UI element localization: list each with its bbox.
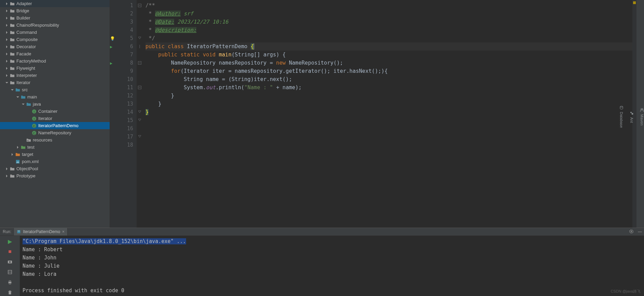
- tree-item-label: ObjectPool: [16, 166, 110, 171]
- expand-arrow-icon[interactable]: [16, 145, 20, 149]
- class-icon: C: [31, 123, 37, 129]
- tree-item-main[interactable]: main: [0, 93, 110, 100]
- code-area[interactable]: /** * @Author: srf * @Date: 2023/12/27 1…: [143, 0, 632, 228]
- camera-button[interactable]: [6, 258, 13, 265]
- trash-button[interactable]: [6, 289, 13, 296]
- tree-item-iteratorpatterndemo[interactable]: CIteratorPatternDemo: [0, 122, 110, 129]
- tool-label: Maven: [640, 114, 644, 125]
- fold-open-icon[interactable]: [138, 61, 141, 65]
- tree-item-command[interactable]: Command: [0, 29, 110, 36]
- expand-arrow-icon[interactable]: [10, 152, 14, 157]
- tree-item-iterator[interactable]: Iterator: [0, 79, 110, 86]
- tree-item-namerepository[interactable]: CNameRepository: [0, 129, 110, 136]
- svg-rect-8: [27, 140, 29, 140]
- folder-icon: [10, 37, 15, 42]
- expand-arrow-icon[interactable]: [5, 81, 9, 85]
- tree-item-resources[interactable]: resources: [0, 136, 110, 144]
- close-icon[interactable]: ×: [62, 229, 65, 234]
- target-icon: [15, 152, 20, 157]
- gutter-icons[interactable]: 💡▶ ▶: [110, 0, 117, 228]
- tree-item-bridge[interactable]: Bridge: [0, 7, 110, 14]
- class-icon: C: [31, 130, 37, 136]
- expand-arrow-icon[interactable]: [5, 38, 9, 42]
- expand-arrow-icon[interactable]: [5, 30, 9, 35]
- run-tab[interactable]: IteratorPatternDemo ×: [14, 228, 68, 236]
- tree-item-objectpool[interactable]: ObjectPool: [0, 165, 110, 172]
- gutter-line-numbers: 123456789101112131415161718: [117, 0, 137, 228]
- run-tab-label: IteratorPatternDemo: [23, 229, 60, 234]
- layout-button[interactable]: [6, 269, 13, 275]
- project-tree[interactable]: AdapterBridgeBuilderChainofResponsibilit…: [0, 0, 110, 228]
- tree-item-flyweight[interactable]: Flyweight: [0, 65, 110, 72]
- rerun-button[interactable]: ▶: [6, 238, 13, 245]
- folder-icon: [10, 15, 15, 21]
- tree-item-iterator[interactable]: IIterator: [0, 115, 110, 122]
- expand-arrow-icon[interactable]: [5, 167, 9, 171]
- expand-arrow-icon[interactable]: [5, 23, 9, 27]
- tree-item-label: Flyweight: [16, 66, 110, 71]
- tree-item-src[interactable]: src: [0, 86, 110, 93]
- tree-item-container[interactable]: IContainer: [0, 108, 110, 115]
- tree-item-facade[interactable]: Facade: [0, 50, 110, 57]
- minimize-icon[interactable]: —: [636, 229, 644, 234]
- tree-item-interpreter[interactable]: Interpreter: [0, 72, 110, 79]
- run-gutter-icon[interactable]: ▶: [110, 44, 112, 49]
- svg-text:C: C: [33, 131, 35, 135]
- right-tool-strip[interactable]: MavenAntDatabase: [636, 0, 644, 228]
- tool-maven[interactable]: Maven: [640, 108, 644, 125]
- folder-icon: [10, 166, 15, 172]
- src-icon: [15, 87, 20, 93]
- fold-open-icon[interactable]: [138, 86, 141, 89]
- tree-item-decorator[interactable]: Decorator: [0, 43, 110, 50]
- tree-item-label: test: [27, 145, 110, 150]
- tree-item-label: resources: [33, 137, 110, 143]
- run-gutter-icon[interactable]: ▶: [110, 61, 112, 66]
- expand-arrow-icon[interactable]: [5, 16, 9, 20]
- expand-arrow-icon[interactable]: [5, 73, 9, 78]
- expand-arrow-icon[interactable]: [10, 88, 14, 92]
- expand-arrow-icon[interactable]: [21, 102, 25, 106]
- tree-item-label: target: [22, 152, 110, 157]
- print-button[interactable]: [6, 279, 13, 286]
- bulb-icon[interactable]: 💡: [110, 36, 115, 41]
- expand-arrow-icon[interactable]: [5, 66, 9, 70]
- expand-arrow-icon[interactable]: [5, 174, 9, 178]
- tree-item-label: Command: [16, 30, 110, 35]
- svg-text:m: m: [17, 160, 19, 163]
- tree-item-test[interactable]: test: [0, 144, 110, 151]
- fold-close-icon[interactable]: [138, 135, 141, 138]
- expand-arrow-icon[interactable]: [5, 2, 9, 6]
- tree-item-java[interactable]: java: [0, 100, 110, 108]
- tool-ant[interactable]: Ant: [630, 111, 634, 123]
- tree-item-prototype[interactable]: Prototype: [0, 172, 110, 179]
- expand-arrow-icon[interactable]: [16, 95, 20, 99]
- tree-item-composite[interactable]: Composite: [0, 36, 110, 43]
- expand-arrow-icon[interactable]: [5, 52, 9, 56]
- fold-close-icon[interactable]: [138, 37, 141, 40]
- tree-item-builder[interactable]: Builder: [0, 14, 110, 22]
- fold-column[interactable]: [137, 0, 143, 228]
- tree-item-pom-xml[interactable]: mpom.xml: [0, 158, 110, 165]
- expand-arrow-icon[interactable]: [5, 9, 9, 13]
- fold-close-icon[interactable]: [138, 119, 141, 122]
- tool-label: Ant: [630, 117, 634, 123]
- stop-button[interactable]: ■: [6, 248, 13, 255]
- warning-marker[interactable]: [633, 1, 636, 4]
- tree-item-label: Adapter: [16, 1, 110, 6]
- expand-arrow-icon[interactable]: [5, 59, 9, 63]
- tree-item-factorymethod[interactable]: FactoryMethod: [0, 57, 110, 65]
- editor-panel: 💡▶ ▶ 123456789101112131415161718 /** * @…: [110, 0, 636, 228]
- fold-open-icon[interactable]: [138, 4, 141, 7]
- tree-item-label: Bridge: [16, 8, 110, 13]
- gear-icon[interactable]: [627, 229, 636, 235]
- tool-database[interactable]: Database: [619, 106, 624, 128]
- fold-close-icon[interactable]: [138, 110, 141, 114]
- expand-arrow-icon[interactable]: [5, 45, 9, 49]
- tree-item-target[interactable]: target: [0, 151, 110, 158]
- run-panel: Run: IteratorPatternDemo × — ▶ ■ "C:\Pro…: [0, 228, 644, 296]
- tool-label: Database: [619, 112, 624, 128]
- tree-item-chainofresponsibility[interactable]: ChainofResponsibility: [0, 22, 110, 29]
- run-output[interactable]: "C:\Program Files\Java\jdk1.8.0_152\bin\…: [20, 236, 644, 296]
- tree-item-adapter[interactable]: Adapter: [0, 0, 110, 7]
- folder-icon: [10, 30, 15, 35]
